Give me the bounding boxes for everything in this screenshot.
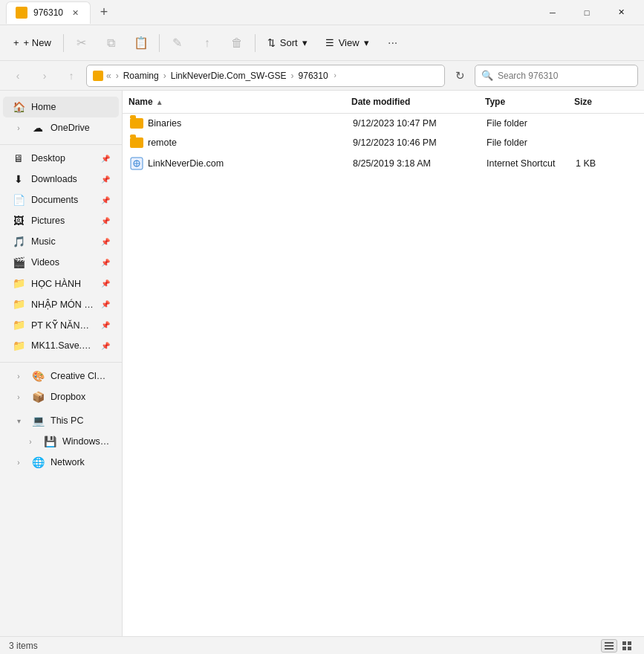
- more-options-button[interactable]: ···: [380, 30, 406, 56]
- minimize-button[interactable]: ─: [536, 0, 570, 25]
- sort-button[interactable]: ⇅ Sort ▾: [260, 33, 315, 52]
- maximize-button[interactable]: □: [570, 0, 604, 25]
- new-button[interactable]: + + New: [6, 33, 59, 52]
- column-header-date[interactable]: Date modified: [345, 94, 479, 110]
- column-header-type[interactable]: Type: [479, 94, 568, 110]
- file-date-binaries: 9/12/2023 10:47 PM: [347, 115, 481, 132]
- sort-chevron-icon: ▾: [302, 37, 308, 48]
- sidebar-item-mk11[interactable]: 📁 MK11.Save.Offli 📌: [3, 335, 119, 356]
- back-button[interactable]: ‹: [6, 64, 30, 88]
- sidebar-item-desktop[interactable]: 🖥 Desktop 📌: [3, 148, 119, 169]
- svg-rect-5: [605, 645, 614, 647]
- sidebar-dropbox-label: Dropbox: [51, 392, 110, 402]
- sidebar-item-pt-ky-nang[interactable]: 📁 PT KỸ NĂNG CÁ 📌: [3, 314, 119, 335]
- breadcrumb-976310-label: 976310: [299, 71, 328, 81]
- rename-button[interactable]: ✎: [164, 30, 191, 56]
- new-tab-button[interactable]: +: [94, 2, 114, 23]
- delete-button[interactable]: 🗑: [224, 30, 250, 56]
- this-pc-icon: 💻: [31, 414, 45, 427]
- tab-title: 976310: [33, 7, 63, 18]
- svg-rect-8: [628, 641, 631, 645]
- file-name-label-binaries: Binaries: [148, 118, 181, 129]
- sidebar-onedrive-label: OneDrive: [51, 123, 110, 133]
- sidebar-item-home[interactable]: 🏠 Home: [3, 97, 119, 117]
- svg-rect-9: [622, 647, 626, 650]
- up-button[interactable]: ↑: [59, 64, 83, 88]
- list-view-button[interactable]: [601, 639, 617, 653]
- home-icon: 🏠: [12, 100, 25, 114]
- sort-arrow-name: ▲: [156, 98, 163, 106]
- cut-button[interactable]: ✂: [68, 30, 95, 56]
- column-header-size[interactable]: Size: [568, 94, 628, 110]
- sidebar-item-network[interactable]: › 🌐 Network: [3, 452, 119, 473]
- tab-976310[interactable]: 976310 ✕: [6, 1, 91, 24]
- view-icon: ☰: [325, 37, 334, 48]
- hoc-hanh-icon: 📁: [12, 276, 25, 290]
- sidebar-music-label: Music: [31, 236, 95, 247]
- sidebar-item-onedrive[interactable]: › ☁ OneDrive: [3, 117, 119, 138]
- file-size-remote: [570, 140, 629, 146]
- breadcrumb-roaming-label: Roaming: [123, 71, 159, 81]
- table-row[interactable]: remote 9/12/2023 10:46 PM File folder: [124, 133, 643, 152]
- refresh-button[interactable]: ↻: [448, 64, 472, 88]
- svg-rect-4: [605, 642, 614, 644]
- window-controls: ─ □ ✕: [536, 0, 638, 25]
- search-box[interactable]: 🔍: [475, 65, 638, 87]
- pin-icon-pictures: 📌: [101, 217, 110, 225]
- view-button[interactable]: ☰ View ▾: [318, 33, 377, 52]
- breadcrumb[interactable]: « › Roaming › LinkNeverDie.Com_SW-GSE › …: [86, 65, 445, 87]
- sidebar-item-windows-c[interactable]: › 💾 Windows (C:): [3, 431, 119, 452]
- sidebar-pt-ky-nang-label: PT KỸ NĂNG CÁ: [31, 320, 95, 331]
- forward-button[interactable]: ›: [33, 64, 56, 88]
- sidebar-item-this-pc[interactable]: ▾ 💻 This PC: [3, 410, 119, 431]
- sidebar-item-hoc-hanh[interactable]: 📁 HỌC HÀNH 📌: [3, 273, 119, 294]
- chevron-right-creative-icon: ›: [12, 369, 25, 383]
- sidebar-item-nhap-mon[interactable]: 📁 NHẬP MÓN INT 📌: [3, 294, 119, 314]
- new-label: + New: [24, 37, 51, 48]
- sidebar-item-documents[interactable]: 📄 Documents 📌: [3, 190, 119, 210]
- network-icon: 🌐: [31, 456, 45, 469]
- file-date-linkneverdie: 8/25/2019 3:18 AM: [347, 155, 481, 172]
- detail-view-button[interactable]: [619, 639, 635, 653]
- table-row[interactable]: Binaries 9/12/2023 10:47 PM File folder: [124, 114, 643, 133]
- sidebar-item-dropbox[interactable]: › 📦 Dropbox: [3, 386, 119, 407]
- search-input[interactable]: [498, 71, 631, 81]
- chevron-right-windows-icon: ›: [24, 435, 37, 448]
- view-label: View: [339, 37, 360, 48]
- col-type-label: Type: [485, 97, 505, 107]
- sort-label: Sort: [280, 37, 298, 48]
- close-button[interactable]: ✕: [604, 0, 638, 25]
- sidebar-this-pc-label: This PC: [51, 415, 110, 426]
- file-type-remote: File folder: [481, 135, 570, 151]
- pin-icon-desktop: 📌: [101, 155, 110, 163]
- pin-icon-downloads: 📌: [101, 175, 110, 184]
- share-button[interactable]: ↑: [194, 30, 221, 56]
- pin-icon-music: 📌: [101, 238, 110, 246]
- nhap-mon-icon: 📁: [12, 297, 25, 311]
- file-name-binaries: Binaries: [124, 115, 347, 132]
- chevron-right-dropbox-icon: ›: [12, 390, 25, 404]
- dropbox-icon: 📦: [31, 390, 45, 404]
- pin-icon-pt-ky-nang: 📌: [101, 321, 110, 329]
- folder-icon-remote: [130, 137, 143, 148]
- column-header-name[interactable]: Name ▲: [123, 94, 345, 110]
- downloads-icon: ⬇: [12, 172, 25, 186]
- sidebar-nhap-mon-label: NHẬP MÓN INT: [31, 299, 95, 310]
- file-name-linkneverdie: LinkNeverDie.com: [124, 154, 347, 173]
- address-bar: ‹ › ↑ « › Roaming › LinkNeverDie.Com_SW-…: [0, 61, 644, 91]
- tab-folder-icon: [16, 7, 27, 19]
- sidebar-item-downloads[interactable]: ⬇ Downloads 📌: [3, 169, 119, 190]
- music-icon: 🎵: [12, 235, 25, 248]
- file-list: Binaries 9/12/2023 10:47 PM File folder …: [123, 114, 644, 636]
- breadcrumb-sep-2: ›: [163, 71, 166, 81]
- paste-button[interactable]: 📋: [128, 30, 155, 56]
- copy-button[interactable]: ⧉: [98, 30, 125, 56]
- sidebar-item-pictures[interactable]: 🖼 Pictures 📌: [3, 210, 119, 231]
- breadcrumb-item-roaming: « › Roaming › LinkNeverDie.Com_SW-GSE › …: [106, 71, 328, 81]
- sidebar-item-music[interactable]: 🎵 Music 📌: [3, 231, 119, 252]
- svg-rect-6: [605, 648, 614, 650]
- table-row[interactable]: LinkNeverDie.com 8/25/2019 3:18 AM Inter…: [124, 152, 643, 175]
- sidebar-item-videos[interactable]: 🎬 Videos 📌: [3, 252, 119, 273]
- tab-close-button[interactable]: ✕: [69, 7, 81, 19]
- sidebar-item-creative-cloud[interactable]: › 🎨 Creative Cloud File: [3, 366, 119, 386]
